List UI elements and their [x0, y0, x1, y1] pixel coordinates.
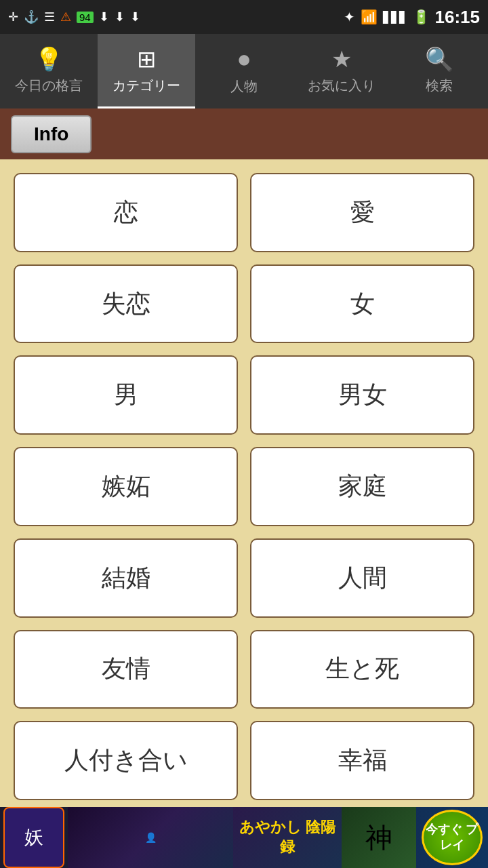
ad-title-area: あやかし 陰陽録 [233, 807, 342, 868]
android-icon: ☰ [44, 9, 55, 24]
category-human[interactable]: 人間 [250, 538, 474, 618]
plus-icon: ✛ [8, 9, 18, 24]
god-icon: 神 [365, 819, 392, 856]
category-jealousy[interactable]: 嫉妬 [14, 447, 238, 526]
download2-icon: ⬇ [115, 9, 125, 24]
tab-category[interactable]: ⊞ カテゴリー [98, 34, 195, 108]
category-happiness[interactable]: 幸福 [250, 721, 474, 800]
info-button[interactable]: Info [11, 115, 92, 153]
status-icons-right: ✦ 📶 ▋▋▋ 🔋 16:15 [344, 7, 481, 28]
star-icon: ★ [331, 45, 352, 73]
category-family[interactable]: 家庭 [250, 447, 474, 526]
ad-middle-image: 👤 [68, 807, 233, 868]
tab-today[interactable]: 💡 今日の格言 [0, 34, 98, 108]
battery-level-icon: 94 [77, 12, 94, 23]
status-bar: ✛ ⚓ ☰ ⚠ 94 ⬇ ⬇ ⬇ ✦ 📶 ▋▋▋ 🔋 16:15 [0, 0, 488, 34]
categories-grid: 恋 愛 失恋 女 男 男女 嫉妬 家庭 結婚 人間 友情 生と死 人付き合い 幸… [0, 159, 488, 807]
ad-title-text: あやかし 陰陽録 [233, 818, 342, 856]
pacman-icon: ● [237, 45, 251, 73]
time-display: 16:15 [435, 7, 481, 28]
category-ai[interactable]: 愛 [250, 173, 474, 252]
grid-icon: ⊞ [137, 45, 156, 73]
download1-icon: ⬇ [99, 9, 109, 24]
signal-icon: ▋▋▋ [383, 11, 407, 24]
tab-people[interactable]: ● 人物 [195, 34, 293, 108]
category-man[interactable]: 男 [14, 355, 238, 435]
bulb-icon: 💡 [35, 45, 63, 73]
category-socializing[interactable]: 人付き合い [14, 721, 238, 800]
warning-icon: ⚠ [60, 9, 71, 24]
youkai-icon: 妖 [24, 825, 43, 850]
category-marriage[interactable]: 結婚 [14, 538, 238, 618]
magnifier-icon: 🔍 [425, 45, 453, 73]
tab-category-label: カテゴリー [113, 77, 180, 95]
ad-content: 妖 👤 あやかし 陰陽録 神 今すぐ プレイ [0, 807, 488, 868]
category-couple[interactable]: 男女 [250, 355, 474, 435]
status-icons-left: ✛ ⚓ ☰ ⚠ 94 ⬇ ⬇ ⬇ [8, 9, 140, 24]
ad-cta-text: 今すぐ プレイ [424, 822, 481, 854]
category-shitsuren[interactable]: 失恋 [14, 264, 238, 344]
category-friendship[interactable]: 友情 [14, 630, 238, 709]
bluetooth-icon: ✦ [344, 9, 355, 25]
download3-icon: ⬇ [130, 9, 140, 24]
tab-search[interactable]: 🔍 検索 [390, 34, 488, 108]
tab-today-label: 今日の格言 [15, 77, 83, 95]
ad-left-icon: 妖 [3, 807, 64, 868]
ad-banner[interactable]: 妖 👤 あやかし 陰陽録 神 今すぐ プレイ [0, 807, 488, 868]
tab-favorites[interactable]: ★ お気に入り [293, 34, 390, 108]
tab-favorites-label: お気に入り [308, 77, 375, 95]
ad-char-icon: 神 [342, 807, 416, 868]
wifi-icon: 📶 [361, 9, 378, 25]
category-woman[interactable]: 女 [250, 264, 474, 344]
tab-search-label: 検索 [426, 77, 453, 95]
usb-icon: ⚓ [24, 9, 39, 24]
category-love[interactable]: 恋 [14, 173, 238, 252]
ad-cta-button[interactable]: 今すぐ プレイ [422, 810, 483, 865]
tab-people-label: 人物 [230, 77, 258, 96]
tab-bar: 💡 今日の格言 ⊞ カテゴリー ● 人物 ★ お気に入り 🔍 検索 [0, 34, 488, 108]
info-header: Info [0, 108, 488, 159]
battery-icon: 🔋 [413, 9, 430, 25]
category-life-death[interactable]: 生と死 [250, 630, 474, 709]
